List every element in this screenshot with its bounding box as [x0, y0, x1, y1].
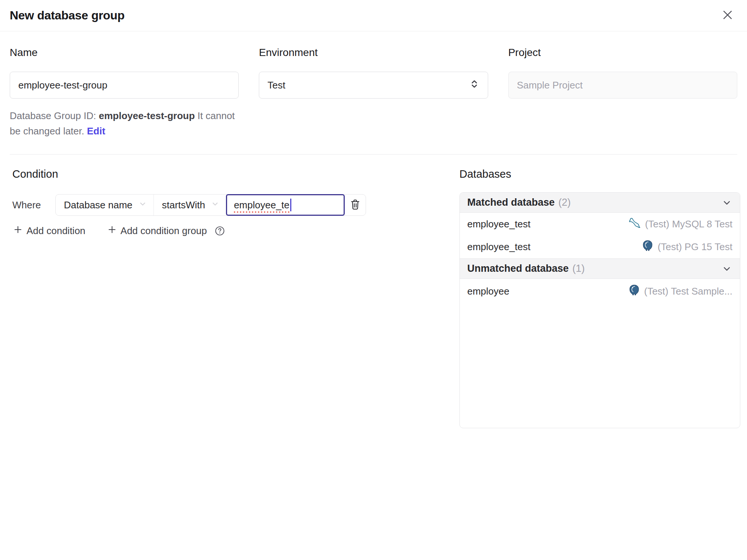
environment-value: Test [267, 80, 285, 91]
databases-heading: Databases [459, 168, 511, 180]
environment-label: Environment [259, 46, 488, 59]
database-row: employee_test (Test) PG 15 Test [460, 236, 740, 258]
environment-select[interactable]: Test [259, 72, 488, 99]
mysql-icon [628, 217, 641, 232]
database-group-id-hint: Database Group ID: employee-test-group I… [10, 108, 241, 139]
chevron-down-icon [210, 199, 220, 211]
condition-factor-value: Database name [64, 199, 133, 211]
close-icon [721, 9, 734, 22]
name-input[interactable] [10, 72, 239, 99]
matched-database-header[interactable]: Matched database (2) [460, 193, 740, 213]
chevron-down-icon [721, 197, 732, 208]
trash-icon [350, 199, 361, 212]
unmatched-database-count: (1) [573, 263, 585, 274]
condition-value-text: employee_te [234, 199, 289, 211]
project-field-wrapper: Project [508, 46, 737, 99]
dialog-header: New database group [0, 0, 747, 31]
condition-row: Where Database name startsWith employee_… [12, 194, 366, 216]
database-row: employee_test (Test) MySQL 8 Test [460, 213, 740, 236]
new-database-group-dialog: New database group Name Environment Test [0, 0, 747, 560]
database-name: employee [467, 286, 509, 297]
condition-operator-value: startsWith [162, 199, 205, 211]
chevron-down-icon [138, 199, 148, 211]
condition-factor-select[interactable]: Database name [56, 195, 154, 215]
instance-info: (Test) MySQL 8 Test [628, 217, 732, 232]
databases-panel: Matched database (2) employee_test (Test… [459, 192, 740, 428]
unmatched-database-title: Unmatched database [467, 263, 569, 274]
hint-prefix: Database Group ID: [10, 110, 99, 121]
instance-label: (Test) MySQL 8 Test [645, 218, 732, 230]
edit-id-link[interactable]: Edit [87, 125, 105, 137]
plus-icon [107, 225, 117, 237]
project-input [508, 72, 737, 99]
add-condition-group-label: Add condition group [121, 225, 207, 237]
postgres-icon [641, 239, 654, 255]
unmatched-database-header[interactable]: Unmatched database (1) [460, 258, 740, 279]
postgres-icon [628, 284, 641, 299]
condition-expression-group: Database name startsWith employee_te [55, 194, 366, 216]
database-row: employee (Test) Test Sample... [460, 279, 740, 304]
add-condition-button[interactable]: Add condition [13, 225, 86, 237]
add-condition-group-button[interactable]: Add condition group [107, 225, 207, 237]
matched-database-title: Matched database [467, 197, 555, 208]
matched-database-count: (2) [558, 197, 571, 208]
environment-field-wrapper: Environment Test [259, 46, 488, 99]
help-icon[interactable] [214, 225, 225, 236]
project-label: Project [508, 46, 737, 59]
instance-label: (Test) Test Sample... [644, 286, 733, 297]
chevron-up-down-icon [469, 79, 480, 92]
name-field-wrapper: Name [10, 46, 239, 99]
condition-operator-select[interactable]: startsWith [154, 195, 227, 215]
where-label: Where [12, 194, 55, 216]
instance-label: (Test) PG 15 Test [658, 241, 732, 253]
name-label: Name [10, 46, 239, 59]
close-button[interactable] [719, 7, 736, 24]
section-divider [10, 154, 737, 155]
database-group-id-value: employee-test-group [99, 110, 195, 121]
chevron-down-icon [721, 263, 732, 274]
delete-condition-button[interactable] [345, 195, 366, 215]
condition-heading: Condition [12, 168, 58, 180]
dialog-title: New database group [10, 9, 125, 22]
condition-actions: Add condition Add condition group [13, 225, 225, 237]
plus-icon [13, 225, 23, 237]
group-form: Name Environment Test Project [10, 46, 737, 99]
instance-info: (Test) Test Sample... [628, 284, 733, 299]
database-name: employee_test [467, 218, 530, 230]
instance-info: (Test) PG 15 Test [641, 239, 732, 255]
add-condition-label: Add condition [27, 225, 86, 237]
text-cursor [290, 199, 291, 211]
database-name: employee_test [467, 241, 530, 253]
condition-value-input[interactable]: employee_te [226, 194, 345, 216]
